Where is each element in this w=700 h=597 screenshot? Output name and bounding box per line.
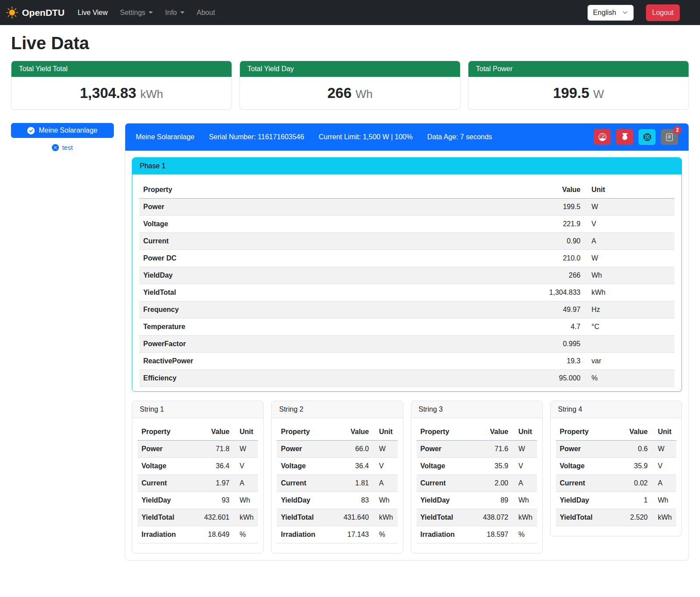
string-card-body: Property Value Unit Power71.8W Voltage36… [132,418,263,553]
string-table: Property Value Unit Power71.8W Voltage36… [138,423,258,543]
table-header-row: Property Value Unit [556,423,676,441]
unit-cell: Wh [233,492,258,509]
nav-info[interactable]: Info [159,5,191,20]
card-unit: W [593,87,604,101]
language-select[interactable]: English [588,5,634,21]
nav-about[interactable]: About [191,5,221,20]
sidebar-item-test[interactable]: test [11,144,114,151]
unit-cell: °C [584,318,675,336]
property-header: Property [556,423,614,441]
unit-cell: Hz [584,301,675,318]
nav-settings[interactable]: Settings [114,5,159,20]
table-row: Power0.6W [556,441,676,458]
unit-header: Unit [512,423,537,441]
sidebar-item-label: Meine Solaranlage [39,127,97,134]
property-cell: Power [139,199,501,216]
chevron-down-icon [180,11,185,14]
logout-button[interactable]: Logout [646,4,680,21]
value-cell: 438.072 [470,509,512,526]
table-row: Voltage36.4V [277,458,397,475]
limit-settings-button[interactable] [594,129,611,145]
unit-cell: A [584,233,675,250]
total-power-card: Total Power 199.5W [468,61,689,110]
unit-cell: A [512,475,537,492]
table-row: YieldTotal438.072kWh [417,509,537,526]
property-cell: ReactivePower [139,353,501,370]
main-row: Meine Solaranlage test Meine Solaranlage… [11,123,689,573]
journal-text-icon [666,134,673,141]
inverter-sidebar: Meine Solaranlage test [11,123,114,151]
table-row: Voltage221.9V [139,216,675,233]
property-cell: Voltage [417,458,470,475]
value-cell: 71.6 [470,441,512,458]
card-unit: Wh [355,87,373,101]
unit-cell: V [373,458,398,475]
unit-cell: W [652,441,676,458]
value-cell: 1.97 [191,475,233,492]
property-cell: Current [556,475,614,492]
phase-card-header: Phase 1 [132,158,682,174]
property-cell: Current [417,475,470,492]
navbar: OpenDTU Live View Settings Info About En… [0,0,700,25]
value-header: Value [330,423,373,441]
string-card-header: String 2 [272,401,403,418]
brand[interactable]: OpenDTU [6,7,65,18]
total-yield-day-card: Total Yield Day 266Wh [239,61,461,110]
property-cell: Power [138,441,191,458]
unit-cell: kWh [584,284,675,301]
value-cell: 199.5 [501,199,584,216]
value-cell: 266 [501,267,584,284]
table-row: YieldTotal2.520kWh [556,509,676,526]
unit-cell: kWh [373,509,398,526]
device-info-button[interactable] [638,129,656,145]
table-header-row: Property Value Unit [139,181,675,199]
string-4-card: String 4 Property Value Unit [550,401,682,536]
unit-cell: kWh [512,509,537,526]
value-cell: 89 [470,492,512,509]
value-cell: 1,304.833 [501,284,584,301]
string-card-header: String 4 [551,401,682,418]
card-unit: kWh [140,87,163,101]
summary-cards-row: Total Yield Total 1,304.83kWh Total Yiel… [11,61,689,110]
inverter-panel-header: Meine Solaranlage Serial Number: 1161716… [125,123,689,151]
table-row: Power199.5W [139,199,675,216]
card-body: 1,304.83kWh [11,77,232,109]
property-cell: YieldDay [138,492,191,509]
property-cell: YieldTotal [277,509,330,526]
card-value: 266 [327,85,352,101]
value-cell: 1 [614,492,652,509]
total-yield-total-card: Total Yield Total 1,304.83kWh [11,61,232,110]
card-value: 1,304.83 [80,85,136,101]
property-cell: Power [417,441,470,458]
unit-cell: Wh [652,492,676,509]
page-title: Live Data [11,33,689,53]
inverter-serial: Serial Number: 116171603546 [209,133,304,141]
unit-cell: W [584,250,675,267]
chevron-down-icon [149,11,153,14]
table-row: Frequency49.97Hz [139,301,675,318]
string-table: Property Value Unit Power0.6W Voltage35.… [556,423,676,526]
sidebar-item-meine-solaranlage[interactable]: Meine Solaranlage [11,123,114,138]
brand-label: OpenDTU [22,7,65,18]
x-circle-icon [52,144,59,151]
property-cell: Current [138,475,191,492]
value-cell: 4.7 [501,318,584,336]
property-cell: Voltage [139,216,501,233]
property-cell: Temperature [139,318,501,336]
table-row: Voltage35.9V [417,458,537,475]
value-cell: 18.649 [191,526,233,543]
property-cell: YieldDay [556,492,614,509]
event-log-button[interactable]: 2 [661,129,678,145]
property-cell: Voltage [277,458,330,475]
property-header: Property [417,423,470,441]
value-cell: 17.143 [330,526,373,543]
power-button[interactable] [616,129,633,145]
nav-live-view[interactable]: Live View [72,5,114,20]
inverter-panel-body: Phase 1 Property Value Unit [125,151,689,560]
property-cell: Power [556,441,614,458]
string-1-card: String 1 Property Value Unit [132,401,264,554]
table-row: YieldDay93Wh [138,492,258,509]
phase-table: Property Value Unit Power199.5W Voltage2… [139,181,675,387]
property-cell: Power DC [139,250,501,267]
table-row: Current0.90A [139,233,675,250]
